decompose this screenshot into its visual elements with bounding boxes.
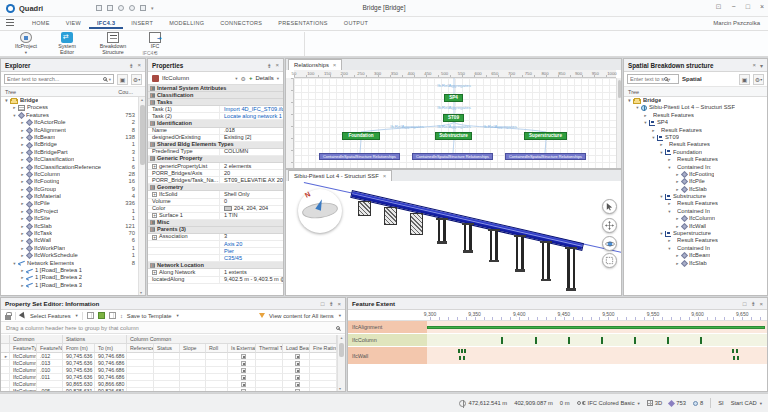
chevron-expanded-icon[interactable]: ▾: [642, 119, 649, 126]
tree-item-result-features[interactable]: ▸Result Features: [624, 141, 766, 148]
group-by-hint[interactable]: Drag a column header here to group by th…: [1, 322, 345, 334]
tree-item-ifcworkschedule[interactable]: ▸IfcWorkSchedule1: [1, 252, 138, 259]
close-icon[interactable]: ×: [275, 62, 279, 68]
extent-row-ifccolumn[interactable]: IfcColumn: [348, 334, 767, 347]
tree-item-network-elements[interactable]: ▾Network Elements8: [1, 260, 138, 267]
tree-item-ifcactorrole[interactable]: ▸IfcActorRole2: [1, 119, 138, 126]
details-button[interactable]: Details: [255, 75, 273, 81]
active-view-icon[interactable]: [98, 312, 105, 319]
tree-item-1-road-bretea-3[interactable]: ▸1 [Road]_Bretea 3: [1, 282, 138, 289]
column-header[interactable]: Roll: [206, 344, 228, 353]
checkbox[interactable]: [241, 361, 246, 366]
tab-output[interactable]: OUTPUT: [336, 18, 376, 29]
tree-item-contained-in[interactable]: ▾Contained In: [624, 245, 766, 252]
tree-item-ifcslab[interactable]: ▸IfcSlab121: [1, 223, 138, 230]
close-icon[interactable]: ×: [337, 301, 341, 307]
table-row[interactable]: IfcColumn.01390,745.63690,746.686: [1, 360, 337, 367]
explorer-search-input[interactable]: ▾: [4, 74, 114, 84]
explorer-scrollbar[interactable]: ▴▾: [138, 97, 145, 295]
tree-item-ifccolumn[interactable]: ▸IfcColumn: [624, 215, 766, 222]
contained-in-spatial-structure-node[interactable]: ContainedInSpatialStructure Relationship…: [319, 153, 400, 160]
property-section-shared-bldg-elements-types[interactable]: ⊟Shared Bldg Elements Types: [148, 142, 283, 149]
close-tab-icon[interactable]: ×: [383, 173, 387, 179]
checkbox[interactable]: [241, 389, 246, 392]
chevron-expanded-icon[interactable]: ▾: [3, 97, 10, 104]
checkbox[interactable]: [295, 368, 300, 373]
section-tool-button[interactable]: [602, 253, 617, 268]
table-row[interactable]: ►IfcColumn.01290,745.63690,746.686: [1, 353, 337, 360]
property-section-generic-property[interactable]: ⊟Generic Property: [148, 156, 283, 163]
checkbox[interactable]: [295, 389, 300, 392]
contained-in-spatial-structure-node[interactable]: ContainedInSpatialStructure Relationship…: [412, 153, 493, 160]
tree-item-ifcsite[interactable]: ▸IfcSite1: [1, 215, 138, 222]
table-row[interactable]: IfcColumn.00590,825.63190,826.681: [1, 388, 337, 391]
gear-icon[interactable]: ⚙: [240, 75, 245, 82]
orbit-tool-button[interactable]: [602, 236, 617, 251]
checkbox[interactable]: [241, 375, 246, 380]
tree-item-sp4[interactable]: ▾SP4: [624, 119, 766, 126]
tree-item-result-features[interactable]: ▸Result Features: [624, 156, 766, 163]
property-value[interactable]: Pier: [220, 248, 283, 255]
compass[interactable]: N: [298, 189, 342, 233]
diagram-canvas[interactable]: SP4ST09FoundationSubstructureSuperstruct…: [294, 78, 616, 168]
restore-icon[interactable]: □: [321, 301, 325, 307]
tree-item-superstructure[interactable]: ▾Superstructure: [624, 230, 766, 237]
chevron-expanded-icon[interactable]: ▾: [658, 149, 665, 156]
select-features-button[interactable]: Select Features: [30, 313, 71, 319]
close-icon[interactable]: ×: [752, 62, 756, 68]
extent-row-ifcalignment[interactable]: IfcAlignment: [348, 321, 767, 334]
column-header[interactable]: Fire Rating: [310, 344, 337, 353]
table-row[interactable]: IfcColumn.01190,745.63690,746.686: [1, 374, 337, 381]
tab-insert[interactable]: INSERT: [123, 18, 161, 29]
chevron-expanded-icon[interactable]: ▾: [666, 245, 673, 252]
column-header[interactable]: FeatureTy...: [10, 344, 37, 353]
selector-caret-icon[interactable]: ▾: [235, 76, 237, 81]
ifcproject-button[interactable]: IfcProject▾: [6, 32, 46, 52]
pin-icon[interactable]: ⇟: [266, 62, 271, 69]
chevron-collapsed-icon[interactable]: ▸: [19, 274, 26, 281]
chevron-collapsed-icon[interactable]: ▸: [19, 193, 26, 200]
chevron-expanded-icon[interactable]: ▾: [11, 112, 18, 119]
property-section-network-location[interactable]: ⊟Network Location: [148, 262, 283, 269]
diagram-scrollbar[interactable]: [616, 78, 621, 168]
diagram-node-sp4[interactable]: SP4: [444, 94, 463, 102]
checkbox[interactable]: [241, 382, 246, 387]
tree-item-foundation[interactable]: ▾Foundation: [624, 149, 766, 156]
minimize-icon[interactable]: −: [732, 3, 736, 11]
tree-item-ifcwall[interactable]: ▸IfcWall6: [1, 237, 138, 244]
rows-view-icon[interactable]: [109, 312, 116, 319]
tab-home[interactable]: HOME: [24, 18, 58, 29]
diagram-node-foundation[interactable]: Foundation: [342, 132, 380, 140]
column-header[interactable]: From (m): [63, 344, 95, 353]
property-value[interactable]: C35/45: [220, 255, 283, 262]
status-item-ifc-colored-basic[interactable]: IFC Colored Basic▾: [577, 400, 640, 406]
diagram-node-superstructure[interactable]: Superstructure: [524, 132, 567, 140]
chevron-collapsed-icon[interactable]: ▸: [19, 252, 26, 259]
tree-item-ifcpile[interactable]: ▸IfcPile: [624, 178, 766, 185]
chevron-expanded-icon[interactable]: ▾: [666, 208, 673, 215]
tree-item-ifcfooting[interactable]: ▸IfcFooting16: [1, 178, 138, 185]
table-row[interactable]: IfcColumn.01090,745.63690,746.686: [1, 367, 337, 374]
tree-item-bridge[interactable]: ▾Bridge: [1, 97, 138, 104]
tree-item-ifccolumn[interactable]: ▸IfcColumn28: [1, 171, 138, 178]
tree-item-ifcpile[interactable]: ▸IfcPile336: [1, 200, 138, 207]
tree-item-process[interactable]: ▸Process: [1, 104, 138, 111]
tree-item-ifcproject[interactable]: ▸IfcProject1: [1, 208, 138, 215]
chevron-collapsed-icon[interactable]: ▸: [19, 178, 26, 185]
chevron-collapsed-icon[interactable]: ▸: [658, 141, 665, 148]
tree-item-features[interactable]: ▾Features753: [1, 112, 138, 119]
tree-item-ifcslab[interactable]: ▸IfcSlab: [624, 260, 766, 267]
tree-item-result-features[interactable]: ▸Result Features: [624, 127, 766, 134]
tree-item-contained-in[interactable]: ▾Contained In: [624, 208, 766, 215]
checkbox[interactable]: [241, 354, 246, 359]
tree-item-ifcmaterial[interactable]: ▸IfcMaterial4: [1, 193, 138, 200]
spatial-column-header[interactable]: Tree: [624, 87, 767, 97]
property-section-parents-3-[interactable]: ⊟Parents (3): [148, 227, 283, 234]
layout-button[interactable]: ▣: [117, 74, 128, 85]
chevron-collapsed-icon[interactable]: ▸: [11, 104, 18, 111]
chevron-collapsed-icon[interactable]: ▸: [19, 156, 26, 163]
tree-item-ifcbeam[interactable]: ▸IfcBeam138: [1, 134, 138, 141]
chevron-collapsed-icon[interactable]: ▸: [19, 134, 26, 141]
tab-3d-view[interactable]: Sibiu-Pitesti Lot 4 - Structuri SSF×: [288, 170, 392, 181]
tab-connectors[interactable]: CONNECTORS: [212, 18, 270, 29]
